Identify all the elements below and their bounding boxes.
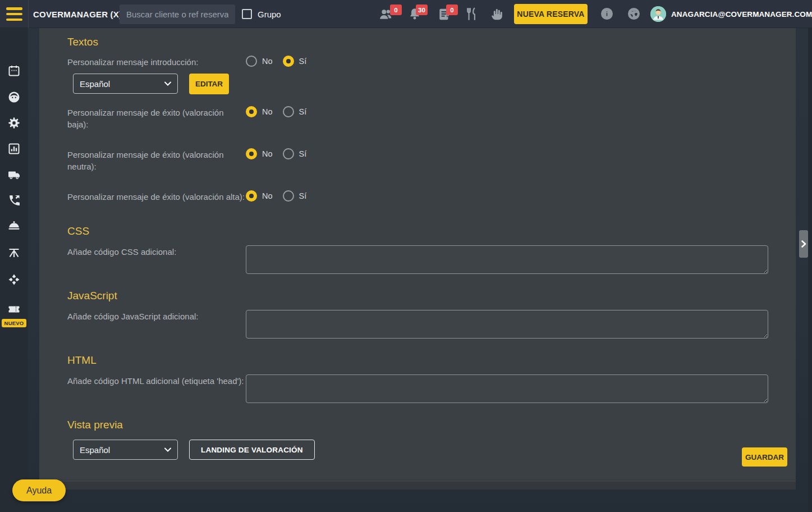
field-label: Personalizar mensaje de éxito (valoració… [67, 148, 246, 173]
new-reservation-button[interactable]: NUEVA RESERVA [514, 4, 588, 24]
radio-si[interactable] [283, 148, 294, 159]
radio-no[interactable] [246, 190, 257, 202]
javascript-code-textarea[interactable] [246, 310, 768, 339]
grupo-label: Grupo [258, 10, 281, 19]
panel-footer [39, 481, 796, 490]
sidebar: NUEVO [0, 28, 28, 512]
account-menu[interactable]: ANAGARCIA@COVERMANAGER.COM [671, 0, 812, 28]
brand-label: COVERMANAGER (X) [33, 10, 122, 19]
radio-no-label[interactable]: No [262, 191, 273, 200]
edit-button[interactable]: EDITAR [189, 74, 229, 94]
field-label: Personalizar mensaje de éxito (valoració… [67, 190, 251, 203]
radio-no-label[interactable]: No [262, 57, 273, 66]
field-label: Añade código JavaScript adicional: [67, 310, 246, 323]
sidebar-item-customer-face-icon[interactable] [7, 90, 21, 104]
grupo-checkbox[interactable] [242, 9, 252, 19]
field-intro-message: Personalizar mensaje introducción: No Sí [67, 56, 768, 68]
menu-icon[interactable] [6, 7, 22, 21]
radio-no[interactable] [246, 148, 257, 159]
sidebar-item-reports-chart-icon[interactable] [7, 142, 21, 156]
field-label: Personalizar mensaje introducción: [67, 56, 246, 68]
intro-language-row: Español EDITAR [73, 74, 768, 94]
restaurant-icon[interactable] [465, 7, 479, 21]
sidebar-item-ticket-icon[interactable] [7, 303, 21, 316]
landing-valoracion-button[interactable]: LANDING DE VALORACIÓN [189, 440, 315, 460]
account-email: ANAGARCIA@COVERMANAGER.COM [671, 10, 812, 19]
chevron-down-icon [164, 447, 171, 452]
nuevo-badge: NUEVO [2, 319, 26, 327]
sidebar-item-cloche-icon[interactable] [7, 220, 21, 233]
sidebar-item-calendar-icon[interactable] [7, 64, 21, 77]
field-label: Añade código CSS adicional: [67, 245, 246, 258]
sidebar-item-phone-call-icon[interactable] [7, 194, 21, 207]
sidebar-item-settings-gear-icon[interactable] [7, 116, 21, 130]
language-globe-icon[interactable] [628, 8, 640, 20]
radio-no[interactable] [246, 106, 257, 117]
reservations-badge: 0 [446, 4, 458, 15]
chevron-right-icon [801, 240, 806, 248]
field-label: Añade código HTML adicional (etiqueta 'h… [67, 374, 246, 387]
css-code-textarea[interactable] [246, 245, 768, 274]
field-label: Personalizar mensaje de éxito (valoració… [67, 106, 246, 131]
radio-si-label[interactable]: Sí [299, 149, 307, 158]
sidebar-item-table-icon[interactable] [7, 245, 21, 259]
field-exito-baja: Personalizar mensaje de éxito (valoració… [67, 106, 768, 135]
html-code-textarea[interactable] [246, 374, 768, 403]
selected-language: Español [80, 445, 110, 455]
settings-panel: Textos Personalizar mensaje introducción… [39, 28, 796, 480]
clients-badge: 0 [390, 4, 402, 15]
preview-language-select[interactable]: Español [73, 440, 178, 460]
info-icon[interactable] [601, 8, 613, 20]
intro-language-select[interactable]: Español [73, 74, 178, 94]
scrollbar-track[interactable] [808, 28, 812, 512]
divider [28, 0, 29, 28]
html-title: HTML [67, 354, 768, 367]
css-title: CSS [67, 225, 768, 237]
search-input[interactable] [120, 4, 235, 24]
avatar[interactable] [650, 6, 666, 22]
touch-hand-icon[interactable] [489, 7, 504, 21]
radio-no-label[interactable]: No [262, 149, 273, 158]
radio-group-intro: No Sí [246, 56, 306, 67]
radio-si-label[interactable]: Sí [299, 191, 307, 200]
vista-previa-title: Vista previa [67, 419, 768, 431]
radio-si[interactable] [283, 106, 294, 117]
field-exito-alta: Personalizar mensaje de éxito (valoració… [67, 190, 768, 203]
field-css: Añade código CSS adicional: [67, 245, 768, 274]
sidebar-item-integrations-icon[interactable] [7, 273, 21, 286]
radio-si[interactable] [283, 190, 294, 202]
expand-panel-toggle[interactable] [799, 230, 808, 258]
selected-language: Español [80, 79, 110, 89]
save-button[interactable]: GUARDAR [742, 447, 787, 467]
sidebar-item-delivery-truck-icon[interactable] [7, 168, 21, 181]
radio-si[interactable] [283, 56, 294, 67]
notifications-badge: 30 [416, 4, 428, 15]
restaurant-switcher[interactable]: COVERMANAGER (X) [33, 0, 131, 28]
textos-title: Textos [67, 36, 768, 48]
field-html: Añade código HTML adicional (etiqueta 'h… [67, 374, 768, 403]
vista-previa-row: Español LANDING DE VALORACIÓN [73, 440, 768, 460]
radio-no[interactable] [246, 56, 257, 67]
chevron-down-icon [164, 81, 171, 86]
radio-no-label[interactable]: No [262, 107, 273, 116]
javascript-title: JavaScript [67, 290, 768, 302]
field-exito-neutra: Personalizar mensaje de éxito (valoració… [67, 148, 768, 177]
radio-si-label[interactable]: Sí [299, 57, 307, 66]
help-button[interactable]: Ayuda [12, 479, 66, 501]
topbar: COVERMANAGER (X) Grupo 0 30 0 NUEVA RESE… [0, 0, 812, 28]
field-javascript: Añade código JavaScript adicional: [67, 310, 768, 339]
radio-si-label[interactable]: Sí [299, 107, 307, 116]
